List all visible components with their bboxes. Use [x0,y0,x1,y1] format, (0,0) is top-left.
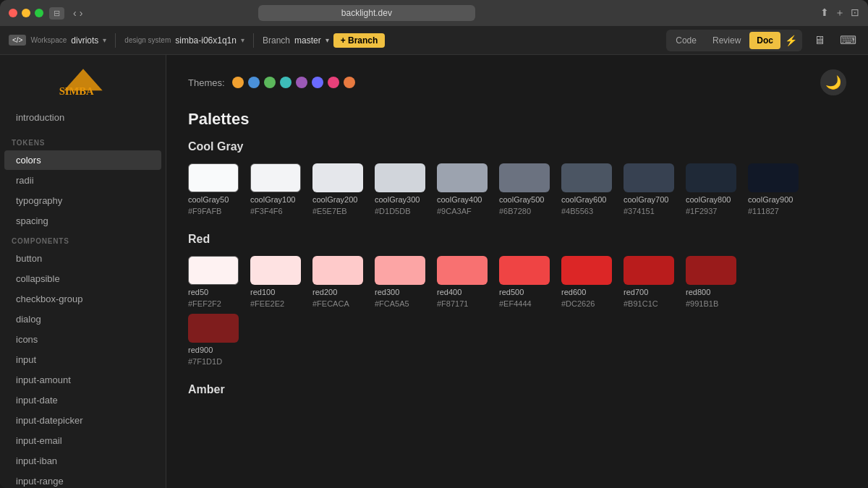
coolgray-palette: coolGray50 #F9FAFB coolGray100 #F3F4F6 c… [188,163,846,215]
lightning-icon[interactable]: ⚡ [782,32,800,49]
branch-chevron-icon: ▾ [326,36,329,44]
swatch-red500[interactable] [499,256,550,285]
sidebar-item-checkbox-group[interactable]: checkbox-group [4,289,161,309]
color-red200: red200 #FECACA [312,256,363,308]
name-coolgray200: coolGray200 [312,195,363,204]
sidebar-item-collapsible[interactable]: collapsible [4,269,161,288]
back-btn[interactable]: ‹ [73,7,77,19]
hex-red300: #FCA5A5 [375,299,425,308]
swatch-coolgray700[interactable] [624,163,674,192]
monitor-icon[interactable]: 🖥 [811,31,828,50]
swatch-red50[interactable] [188,256,239,285]
name-coolgray800: coolGray800 [686,195,736,204]
maximize-btn[interactable] [35,9,43,17]
color-coolgray900: coolGray900 #111827 [748,163,799,215]
hex-coolgray300: #D1D5DB [375,207,425,215]
sidebar-item-radii[interactable]: radii [4,171,161,190]
code-mode-btn[interactable]: Code [668,32,704,49]
swatch-red800[interactable] [686,256,736,285]
theme-dot-6[interactable] [312,77,323,88]
workspace-chevron-icon: ▾ [103,36,106,44]
extensions-icon[interactable]: ⊡ [851,7,859,20]
swatch-coolgray800[interactable] [686,163,736,192]
sidebar-item-typography[interactable]: typography [4,191,161,210]
sidebar-item-input-iban[interactable]: input-iban [4,451,161,471]
ds-button[interactable]: design system simba-i06x1q1n ▾ [124,35,244,46]
hex-coolgray600: #4B5563 [561,207,612,215]
color-coolgray600: coolGray600 #4B5563 [561,163,612,215]
theme-dot-1[interactable] [232,77,244,88]
theme-dots [232,77,355,88]
hex-coolgray800: #1F2937 [686,207,736,215]
sidebar-item-colors[interactable]: colors [4,150,161,170]
swatch-red300[interactable] [375,256,425,285]
color-red700: red700 #B91C1C [624,256,674,308]
close-btn[interactable] [9,9,17,17]
red-palette-row2: red900 #7F1D1D [188,314,846,366]
url-bar[interactable]: backlight.dev [258,5,475,21]
svg-text:SIMBA: SIMBA [59,85,93,95]
theme-dot-2[interactable] [248,77,260,88]
nav-arrows: ‹ › [73,7,82,19]
sidebar-toggle-btn[interactable]: ⊟ [49,7,64,20]
swatch-coolgray200[interactable] [312,163,363,192]
sidebar-item-spacing[interactable]: spacing [4,211,161,231]
sidebar-item-button[interactable]: button [4,249,161,268]
name-red700: red700 [624,288,674,296]
new-tab-icon[interactable]: ＋ [835,7,845,20]
toolbar-right: ⬆ ＋ ⊡ [820,7,859,20]
name-red600: red600 [561,288,612,296]
swatch-coolgray400[interactable] [437,163,488,192]
minimize-btn[interactable] [22,9,30,17]
swatch-red400[interactable] [437,256,488,285]
sidebar-item-input-date[interactable]: input-date [4,390,161,410]
swatch-red100[interactable] [250,256,301,285]
swatch-coolgray50[interactable] [188,163,239,192]
theme-dot-4[interactable] [280,77,292,88]
forward-btn[interactable]: › [80,7,83,19]
theme-dot-3[interactable] [264,77,276,88]
sidebar-item-input-datepicker[interactable]: input-datepicker [4,411,161,430]
sidebar-item-icons[interactable]: icons [4,330,161,349]
name-coolgray300: coolGray300 [375,195,425,204]
doc-mode-btn[interactable]: Doc [749,32,780,49]
theme-dot-7[interactable] [328,77,339,88]
theme-dot-8[interactable] [344,77,355,88]
themes-label: Themes: [188,77,225,88]
theme-dot-5[interactable] [296,77,307,88]
keyboard-icon[interactable]: ⌨ [837,30,859,50]
workspace-icon: </> [9,35,26,46]
tokens-label: TOKENS [0,133,166,150]
swatch-coolgray600[interactable] [561,163,612,192]
color-coolgray100: coolGray100 #F3F4F6 [250,163,301,215]
share-icon[interactable]: ⬆ [820,7,829,20]
theme-toggle-btn[interactable]: 🌙 [820,69,846,95]
mode-buttons: Code Review Doc ⚡ [666,30,802,51]
branch-button[interactable]: + Branch [333,33,386,48]
workspace-label: Workspace [30,36,67,44]
review-mode-btn[interactable]: Review [705,32,748,49]
swatch-red700[interactable] [624,256,674,285]
sidebar-item-input-range[interactable]: input-range [4,471,161,488]
logo-area: SIMBA [0,67,166,107]
workspace-button[interactable]: </> Workspace divriots ▾ [9,35,106,46]
swatch-coolgray100[interactable] [250,163,301,192]
name-red50: red50 [188,288,239,296]
color-coolgray50: coolGray50 #F9FAFB [188,163,239,215]
name-red900: red900 [188,346,239,354]
swatch-coolgray900[interactable] [748,163,799,192]
url-text: backlight.dev [341,8,392,18]
name-coolgray700: coolGray700 [624,195,674,204]
swatch-coolgray500[interactable] [499,163,550,192]
sidebar-item-input-email[interactable]: input-email [4,431,161,450]
name-coolgray900: coolGray900 [748,195,799,204]
swatch-red600[interactable] [561,256,612,285]
sidebar-item-input-amount[interactable]: input-amount [4,370,161,390]
color-red100: red100 #FEE2E2 [250,256,301,308]
swatch-red200[interactable] [312,256,363,285]
swatch-red900[interactable] [188,314,239,343]
sidebar-item-introduction[interactable]: introduction [4,108,161,127]
sidebar-item-input[interactable]: input [4,350,161,369]
sidebar-item-dialog[interactable]: dialog [4,309,161,329]
swatch-coolgray300[interactable] [375,163,425,192]
